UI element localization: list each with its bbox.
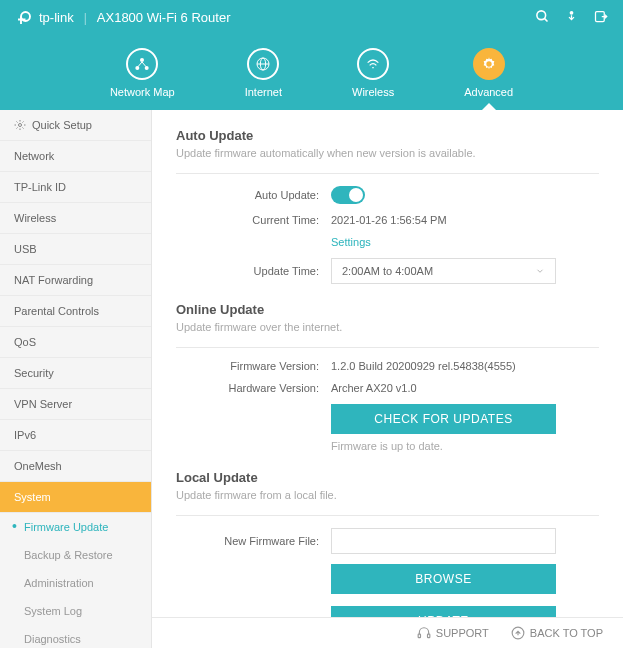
main-tabs: Network Map Internet Wireless Advanced xyxy=(0,35,623,110)
gear-icon xyxy=(473,48,505,80)
svg-line-2 xyxy=(544,18,547,21)
sidebar-item-qos[interactable]: QoS xyxy=(0,327,151,358)
update-status: Firmware is up to date. xyxy=(331,440,599,452)
network-map-icon xyxy=(126,48,158,80)
label-update-time: Update Time: xyxy=(176,265,331,277)
sidebar-item-nat[interactable]: NAT Forwarding xyxy=(0,265,151,296)
sidebar-item-security[interactable]: Security xyxy=(0,358,151,389)
hw-version-value: Archer AX20 v1.0 xyxy=(331,382,599,394)
sidebar-item-network[interactable]: Network xyxy=(0,141,151,172)
sidebar-sub-syslog[interactable]: System Log xyxy=(0,597,151,625)
tab-internet[interactable]: Internet xyxy=(245,48,282,110)
auto-update-toggle[interactable] xyxy=(331,186,365,204)
svg-rect-14 xyxy=(427,634,429,638)
svg-point-5 xyxy=(140,58,144,62)
sidebar-sub-admin[interactable]: Administration xyxy=(0,569,151,597)
sidebar-sub-diagnostics[interactable]: Diagnostics xyxy=(0,625,151,648)
local-update-desc: Update firmware from a local file. xyxy=(176,489,599,501)
product-name: AX1800 Wi-Fi 6 Router xyxy=(97,10,231,25)
sidebar: Quick Setup Network TP-Link ID Wireless … xyxy=(0,110,152,648)
sidebar-item-wireless[interactable]: Wireless xyxy=(0,203,151,234)
content: Auto Update Update firmware automaticall… xyxy=(152,110,623,648)
tab-wireless[interactable]: Wireless xyxy=(352,48,394,110)
download-icon[interactable] xyxy=(564,9,579,27)
auto-update-desc: Update firmware automatically when new v… xyxy=(176,147,599,159)
fw-version-value: 1.2.0 Build 20200929 rel.54838(4555) xyxy=(331,360,599,372)
sidebar-item-tplinkid[interactable]: TP-Link ID xyxy=(0,172,151,203)
sidebar-item-system[interactable]: System xyxy=(0,482,151,513)
tab-advanced[interactable]: Advanced xyxy=(464,48,513,110)
update-time-select[interactable]: 2:00AM to 4:00AM xyxy=(331,258,556,284)
sidebar-item-vpn[interactable]: VPN Server xyxy=(0,389,151,420)
gear-small-icon xyxy=(14,119,26,131)
sidebar-sub-backup[interactable]: Backup & Restore xyxy=(0,541,151,569)
check-updates-button[interactable]: CHECK FOR UPDATES xyxy=(331,404,556,434)
logo: tp-link xyxy=(15,9,74,27)
tab-network-map[interactable]: Network Map xyxy=(110,48,175,110)
auto-update-title: Auto Update xyxy=(176,128,599,143)
logout-icon[interactable] xyxy=(593,9,608,27)
current-time-value: 2021-01-26 1:56:54 PM xyxy=(331,214,599,226)
brand-text: tp-link xyxy=(39,10,74,25)
sidebar-quick-setup[interactable]: Quick Setup xyxy=(0,110,151,141)
firmware-file-input[interactable] xyxy=(331,528,556,554)
svg-point-6 xyxy=(136,66,140,70)
svg-point-1 xyxy=(537,10,546,19)
header: tp-link | AX1800 Wi-Fi 6 Router Network … xyxy=(0,0,623,110)
sidebar-item-ipv6[interactable]: IPv6 xyxy=(0,420,151,451)
svg-point-11 xyxy=(487,62,491,66)
sidebar-item-onemesh[interactable]: OneMesh xyxy=(0,451,151,482)
sidebar-sub-firmware[interactable]: Firmware Update xyxy=(0,513,151,541)
browse-button[interactable]: BROWSE xyxy=(331,564,556,594)
label-new-file: New Firmware File: xyxy=(176,535,331,547)
label-auto-update: Auto Update: xyxy=(176,189,331,201)
local-update-title: Local Update xyxy=(176,470,599,485)
label-hw-version: Hardware Version: xyxy=(176,382,331,394)
chevron-down-icon xyxy=(535,266,545,276)
back-to-top-link[interactable]: BACK TO TOP xyxy=(511,626,603,640)
headset-icon xyxy=(417,626,431,640)
tp-link-logo-icon xyxy=(15,9,33,27)
svg-point-7 xyxy=(145,66,149,70)
label-current-time: Current Time: xyxy=(176,214,331,226)
footer: SUPPORT BACK TO TOP xyxy=(152,617,623,648)
svg-point-3 xyxy=(570,10,574,14)
svg-rect-13 xyxy=(418,634,420,638)
globe-icon xyxy=(247,48,279,80)
sidebar-item-parental[interactable]: Parental Controls xyxy=(0,296,151,327)
online-update-title: Online Update xyxy=(176,302,599,317)
online-update-desc: Update firmware over the internet. xyxy=(176,321,599,333)
settings-link[interactable]: Settings xyxy=(331,236,371,248)
arrow-up-circle-icon xyxy=(511,626,525,640)
wifi-icon xyxy=(357,48,389,80)
sidebar-item-usb[interactable]: USB xyxy=(0,234,151,265)
label-fw-version: Firmware Version: xyxy=(176,360,331,372)
support-link[interactable]: SUPPORT xyxy=(417,626,489,640)
search-icon[interactable] xyxy=(535,9,550,27)
svg-point-12 xyxy=(19,124,22,127)
